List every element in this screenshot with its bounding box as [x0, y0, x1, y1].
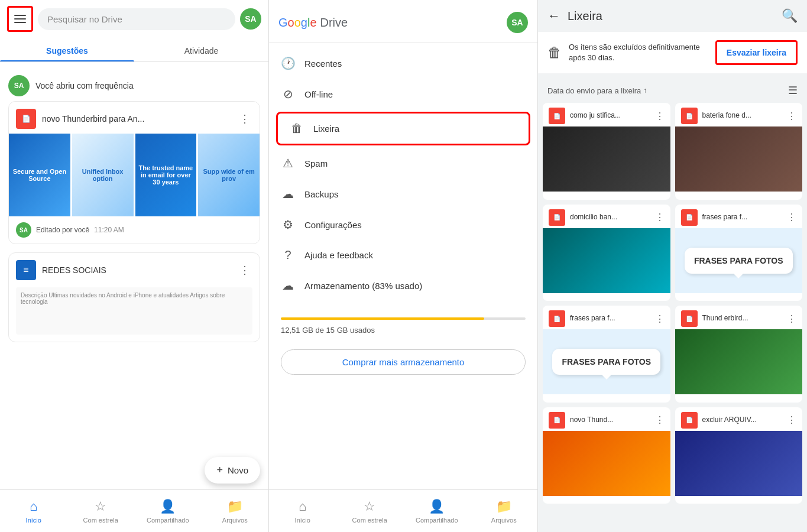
offline-icon: ⊘ — [281, 87, 295, 101]
panel2-nav-home-icon: ⌂ — [299, 499, 306, 514]
trash-card-title-3: domicilio ban... — [570, 213, 650, 222]
panel2-nav-inicio[interactable]: ⌂ Início — [269, 494, 336, 528]
menu-item-backups[interactable]: ☁ Backups — [269, 179, 537, 209]
trash-card-img-1 — [543, 126, 670, 192]
panel2-nav-arquivos[interactable]: 📁 Arquivos — [471, 494, 538, 528]
trash-card-more-1[interactable]: ⋮ — [655, 111, 665, 122]
card-title: novo Thunderbird para An... — [42, 114, 231, 124]
nav-item-inicio[interactable]: ⌂ Início — [0, 494, 67, 528]
trash-item-1[interactable]: 📄 como ju stifica... ⋮ — [543, 103, 670, 200]
freq-header: SA Você abriu com frequência — [8, 68, 260, 101]
trash-header: ← Lixeira 🔍 — [538, 0, 807, 32]
tab-sugestoes[interactable]: Sugestões — [0, 38, 134, 61]
menu-item-offline[interactable]: ⊘ Off-line — [269, 79, 537, 109]
trash-item-5[interactable]: 📄 frases para f... ⋮ FRASES PARA FOTOS — [543, 306, 670, 403]
menu-item-spam[interactable]: ⚠ Spam — [269, 148, 537, 179]
trash-card-title-4: frases para f... — [702, 213, 783, 222]
panel2-nav-compartilhado[interactable]: 👤 Compartilhado — [403, 494, 471, 528]
trash-item-3[interactable]: 📄 domicilio ban... ⋮ — [543, 205, 670, 301]
fab-label: Novo — [228, 465, 248, 475]
nav-item-arquivos[interactable]: 📁 Arquivos — [202, 494, 269, 528]
frases-bubble-2: FRASES PARA FOTOS — [552, 349, 660, 375]
trash-card-title-8: excluir ARQUIV... — [702, 416, 783, 425]
sort-text[interactable]: Data do envio para a lixeira ↑ — [547, 86, 647, 95]
trash-item-4[interactable]: 📄 frases para f... ⋮ FRASES PARA FOTOS — [675, 205, 803, 301]
menu-avatar[interactable]: SA — [507, 12, 528, 33]
trash-search-icon[interactable]: 🔍 — [782, 8, 798, 24]
panel2-nav-inicio-label: Início — [295, 517, 310, 524]
redes-card-more-button[interactable]: ⋮ — [237, 261, 252, 279]
card-more-button[interactable]: ⋮ — [237, 110, 252, 128]
nav-item-estrela[interactable]: ☆ Com estrela — [67, 494, 135, 528]
trash-card-icon-5: 📄 — [549, 310, 565, 327]
menu-config-label: Configurações — [304, 220, 362, 230]
nav-arquivos-label: Arquivos — [222, 517, 248, 524]
trash-card-more-7[interactable]: ⋮ — [655, 414, 665, 426]
trash-card-img-7 — [543, 431, 670, 496]
card-img-1: Secure and Open Source — [9, 134, 70, 216]
empty-trash-button[interactable]: Esvaziar lixeira — [717, 42, 796, 63]
tab-atividade[interactable]: Atividade — [134, 38, 268, 61]
menu-spam-label: Spam — [304, 158, 328, 168]
search-input[interactable]: Pesquisar no Drive — [38, 8, 235, 30]
trash-card-more-6[interactable]: ⋮ — [787, 313, 796, 325]
card-header: 📄 novo Thunderbird para An... ⋮ — [9, 102, 260, 134]
trash-card-more-4[interactable]: ⋮ — [787, 212, 796, 223]
menu-recentes-label: Recentes — [304, 59, 342, 69]
new-fab-button[interactable]: + Novo — [205, 457, 260, 484]
card-img-3: The trusted name in email for over 30 ye… — [135, 134, 197, 216]
trash-card-title-6: Thund erbird... — [702, 314, 783, 323]
storage-bar-fill — [281, 317, 484, 320]
nav-home-icon: ⌂ — [30, 499, 37, 514]
menu-item-lixeira-wrapper: 🗑 Lixeira — [276, 112, 530, 145]
avatar[interactable]: SA — [240, 8, 261, 30]
panel2-nav-arquivos-label: Arquivos — [491, 517, 517, 524]
redes-sociais-card[interactable]: ≡ REDES SOCIAIS ⋮ Descrição Ultimas novi… — [8, 252, 260, 342]
panel2-nav-estrela[interactable]: ☆ Com estrela — [336, 494, 404, 528]
trash-card-more-8[interactable]: ⋮ — [787, 414, 796, 426]
trash-item-6[interactable]: 📄 Thund erbird... ⋮ — [675, 306, 803, 403]
trash-card-more-2[interactable]: ⋮ — [787, 111, 796, 122]
menu-item-recentes[interactable]: 🕐 Recentes — [269, 48, 537, 79]
card-footer-avatar: SA — [16, 222, 31, 238]
trash-item-8[interactable]: 📄 excluir ARQUIV... ⋮ — [675, 407, 803, 504]
list-view-icon[interactable]: ☰ — [788, 84, 798, 97]
bottom-nav: ⌂ Início ☆ Com estrela 👤 Compartilhado 📁… — [0, 489, 268, 532]
storage-section: 12,51 GB de 15 GB usados — [269, 301, 537, 345]
nav-share-icon: 👤 — [160, 499, 176, 514]
img-unified: Unified Inbox option — [72, 134, 134, 216]
card-images: Secure and Open Source Unified Inbox opt… — [9, 134, 260, 216]
card-footer-time: 11:20 AM — [94, 226, 124, 234]
panel-lixeira: ← Lixeira 🔍 🗑 Os itens são excluídos def… — [538, 0, 807, 532]
menu-item-armazenamento[interactable]: ☁ Armazenamento (83% usado) — [269, 270, 537, 301]
hamburger-button[interactable] — [7, 6, 33, 32]
buy-storage-button[interactable]: Comprar mais armazenamento — [281, 349, 526, 375]
doc-icon: ≡ — [16, 260, 36, 280]
redes-card-title: REDES SOCIAIS — [42, 265, 231, 275]
menu-item-lixeira[interactable]: 🗑 Lixeira — [278, 113, 529, 144]
trash-item-2[interactable]: 📄 bateria fone d... ⋮ — [675, 103, 803, 200]
storage-text: 12,51 GB de 15 GB usados — [281, 326, 375, 335]
trash-card-title-1: como ju stifica... — [570, 111, 650, 121]
trash-info-bar: 🗑 Os itens são excluídos definitivamente… — [538, 32, 807, 73]
card-footer: SA Editado por você 11:20 AM — [9, 216, 260, 244]
hamburger-icon — [14, 15, 26, 23]
trash-card-more-3[interactable]: ⋮ — [655, 212, 665, 223]
trash-card-icon-7: 📄 — [549, 412, 565, 429]
menu-divider — [269, 43, 537, 43]
back-button[interactable]: ← — [547, 8, 560, 24]
panel2-nav-estrela-label: Com estrela — [352, 517, 387, 524]
thunderbird-card[interactable]: 📄 novo Thunderbird para An... ⋮ Secure a… — [8, 101, 260, 244]
trash-card-icon-2: 📄 — [681, 108, 698, 124]
trash-card-more-5[interactable]: ⋮ — [655, 313, 665, 325]
trash-item-7[interactable]: 📄 novo Thund... ⋮ — [543, 407, 670, 504]
nav-star-icon: ☆ — [95, 499, 106, 514]
menu-item-configuracoes[interactable]: ⚙ Configurações — [269, 209, 537, 240]
menu-backups-label: Backups — [304, 189, 339, 199]
empty-trash-wrapper: Esvaziar lixeira — [715, 40, 798, 65]
doc-preview: Descrição Ultimas novidades no Android e… — [16, 287, 252, 335]
menu-item-ajuda[interactable]: ? Ajuda e feedback — [269, 240, 537, 270]
nav-item-compartilhado[interactable]: 👤 Compartilhado — [134, 494, 202, 528]
trash-title: Lixeira — [568, 9, 774, 23]
panel2-nav-files-icon: 📁 — [496, 499, 512, 514]
